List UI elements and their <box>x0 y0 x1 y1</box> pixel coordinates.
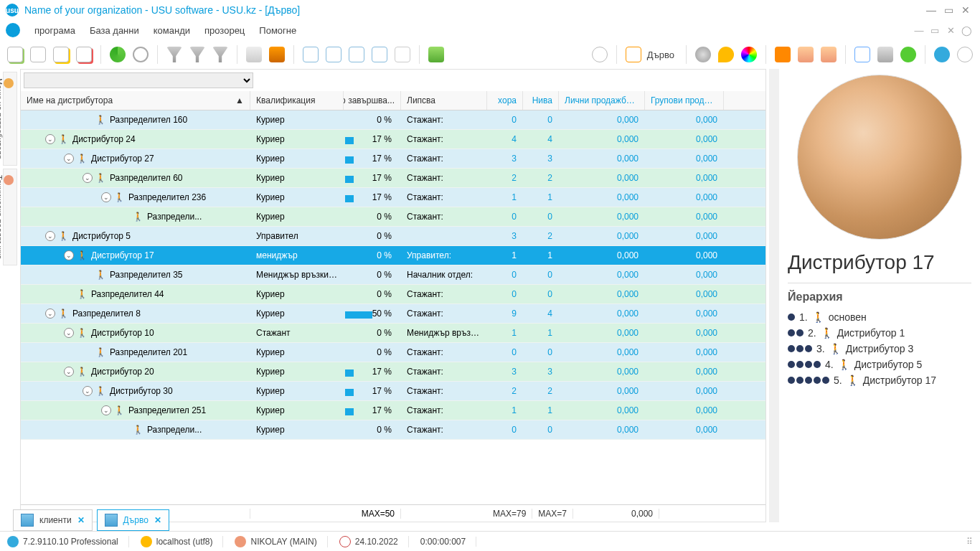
list-icon[interactable] <box>301 45 320 64</box>
child-minimize-icon[interactable]: — <box>911 25 927 36</box>
table-row[interactable]: ⌄🚶Дистрибутор 24Куриер17 %Стажант:440,00… <box>21 130 765 149</box>
circle-icon[interactable] <box>590 45 609 64</box>
filter-dropdown[interactable] <box>24 72 253 88</box>
download-icon[interactable] <box>427 45 446 64</box>
maximize-icon[interactable]: ▭ <box>940 4 957 16</box>
flag-icon[interactable] <box>245 45 263 64</box>
delete-icon[interactable] <box>75 45 93 64</box>
close-icon[interactable]: ✕ <box>957 4 974 16</box>
go-icon[interactable] <box>899 45 918 64</box>
table-row[interactable]: ⌄🚶Разпределител 251Куриер17 %Стажант:110… <box>21 401 765 420</box>
close-tab-icon[interactable]: ✕ <box>154 515 161 525</box>
hierarchy-item[interactable]: 3. 🚶Дистрибутор 3 <box>788 341 971 357</box>
col-personal-sales[interactable]: Лични продажби. 1 м... <box>559 91 645 110</box>
notes-icon[interactable] <box>393 45 412 64</box>
user-add-icon[interactable] <box>796 45 815 64</box>
table-row[interactable]: ⌄🚶Разпределител 60Куриер17 %Стажант:220,… <box>21 169 765 188</box>
table-row[interactable]: ⌄🚶Дистрибутор 20Куриер17 %Стажант:330,00… <box>21 362 765 382</box>
print-icon[interactable] <box>876 45 895 64</box>
info-icon[interactable] <box>933 45 951 64</box>
table-row[interactable]: 🚶Разпределител 160Куриер0 %Стажант:000,0… <box>21 110 765 130</box>
expand-icon[interactable]: ⌄ <box>64 154 74 164</box>
image-icon[interactable] <box>268 45 286 64</box>
col-people[interactable]: хора <box>487 91 523 110</box>
hierarchy-item[interactable]: 4. 🚶Дистрибутор 5 <box>788 357 971 372</box>
left-tab-support[interactable]: Техническа поддръжка <box>3 169 17 265</box>
table-row[interactable]: ⌄🚶Дистрибутор 30Куриер17 %Стажант:220,00… <box>21 382 765 401</box>
col-progress[interactable]: До завършва... <box>344 91 401 110</box>
tree-view-icon[interactable] <box>624 45 643 64</box>
table-row[interactable]: ⌄🚶Разпределител 236Куриер17 %Стажант:110… <box>21 188 765 207</box>
rss-icon[interactable] <box>773 45 792 64</box>
expand-icon[interactable]: ⌄ <box>45 231 55 241</box>
table-row[interactable]: ⌄🚶Разпределител 8Куриер50 %Стажант:940,0… <box>21 304 765 324</box>
expand-icon[interactable]: ⌄ <box>45 309 55 319</box>
menu-program[interactable]: програма <box>27 25 83 36</box>
row-people: 0 <box>487 270 523 280</box>
expand-icon[interactable]: ⌄ <box>64 367 74 377</box>
table-row[interactable]: 🚶Разпредели...Куриер0 %Стажант:000,0000,… <box>21 207 765 227</box>
table-row[interactable]: ⌄🚶Дистрибутор 17мениджър0 %Управител:110… <box>21 246 765 265</box>
child-restore-icon[interactable]: ▭ <box>927 25 943 36</box>
minimize-icon[interactable]: — <box>923 4 940 16</box>
location-icon[interactable] <box>717 45 735 64</box>
expand-icon[interactable]: ⌄ <box>83 173 93 183</box>
doc-tab-tree[interactable]: Дърво ✕ <box>97 509 169 531</box>
tree-collapse-icon[interactable] <box>347 45 366 64</box>
gear-icon[interactable] <box>694 45 712 64</box>
col-levels[interactable]: Нива <box>523 91 559 110</box>
table-row[interactable]: 🚶Разпределител 44Куриер0 %Стажант:000,00… <box>21 285 765 304</box>
edit-icon[interactable] <box>52 45 70 64</box>
expand-icon[interactable]: ⌄ <box>101 405 111 415</box>
child-close-icon[interactable]: ✕ <box>943 25 958 36</box>
menu-window[interactable]: прозорец <box>197 25 252 36</box>
expand-icon[interactable]: ⌄ <box>83 386 93 396</box>
filter-icon[interactable] <box>165 45 184 64</box>
table-row[interactable]: ⌄🚶Дистрибутор 27Куриер17 %Стажант:330,00… <box>21 149 765 169</box>
hierarchy-item[interactable]: 5. 🚶Дистрибутор 17 <box>788 372 971 388</box>
window-title: Name of your organization - USU software… <box>24 4 300 16</box>
row-progress: 17 % <box>344 134 401 144</box>
row-progress: 0 % <box>344 425 401 435</box>
doc-tab-clients[interactable]: клиенти ✕ <box>13 509 93 531</box>
table-row[interactable]: 🚶Разпредели...Куриер0 %Стажант:000,0000,… <box>21 420 765 440</box>
vertical-scrollbar[interactable] <box>769 69 779 522</box>
hierarchy-item[interactable]: 1. 🚶основен <box>788 309 971 325</box>
menu-database[interactable]: База данни <box>83 25 146 36</box>
child-help-icon[interactable]: ◯ <box>958 25 974 36</box>
col-group-sales[interactable]: Групови продажб... <box>645 91 724 110</box>
tree-expand-icon[interactable] <box>324 45 343 64</box>
help-icon[interactable] <box>956 45 974 64</box>
col-name[interactable]: Име на дистрибутора ▲ <box>21 91 250 110</box>
search-icon[interactable] <box>131 45 150 64</box>
close-tab-icon[interactable]: ✕ <box>77 515 85 525</box>
users-icon[interactable] <box>819 45 838 64</box>
expand-icon[interactable]: ⌄ <box>64 250 74 260</box>
menu-help[interactable]: Помогне <box>252 25 303 36</box>
left-tab-user-menu[interactable]: Меню на потребителя <box>3 72 17 166</box>
calendar-icon[interactable] <box>853 45 872 64</box>
filter-clear-icon[interactable] <box>211 45 230 64</box>
menu-commands[interactable]: команди <box>146 25 197 36</box>
grid-body[interactable]: 🚶Разпределител 160Куриер0 %Стажант:000,0… <box>21 110 765 504</box>
table-row[interactable]: ⌄🚶Дистрибутор 10Стажант0 %Мениджър връзк… <box>21 324 765 343</box>
filter-applied-icon[interactable] <box>188 45 207 64</box>
table-row[interactable]: ⌄🚶Дистрибутор 5Управител0 %320,0000,000 <box>21 227 765 246</box>
new-doc-icon[interactable] <box>6 45 24 64</box>
col-missing[interactable]: Липсва <box>401 91 487 110</box>
expand-icon[interactable]: ⌄ <box>45 134 55 144</box>
tree-move-icon[interactable] <box>370 45 389 64</box>
expand-icon[interactable]: ⌄ <box>101 192 111 202</box>
table-row[interactable]: 🚶Разпределител 35Мениджър връзки с к...0… <box>21 265 765 285</box>
resize-grip-icon[interactable]: ⠿ <box>966 537 973 547</box>
row-personal-sales: 0,000 <box>559 405 645 415</box>
color-icon[interactable] <box>740 45 758 64</box>
hierarchy-item[interactable]: 2. 🚶Дистрибутор 1 <box>788 325 971 341</box>
status-bar: 7.2.9110.10 Professional localhost (utf8… <box>0 531 980 551</box>
refresh-icon[interactable] <box>108 45 127 64</box>
open-doc-icon[interactable] <box>29 45 47 64</box>
person-icon: 🚶 <box>95 347 105 357</box>
expand-icon[interactable]: ⌄ <box>64 328 74 338</box>
col-qualification[interactable]: Квалификация <box>250 91 344 110</box>
table-row[interactable]: 🚶Разпределител 201Куриер0 %Стажант:000,0… <box>21 343 765 362</box>
